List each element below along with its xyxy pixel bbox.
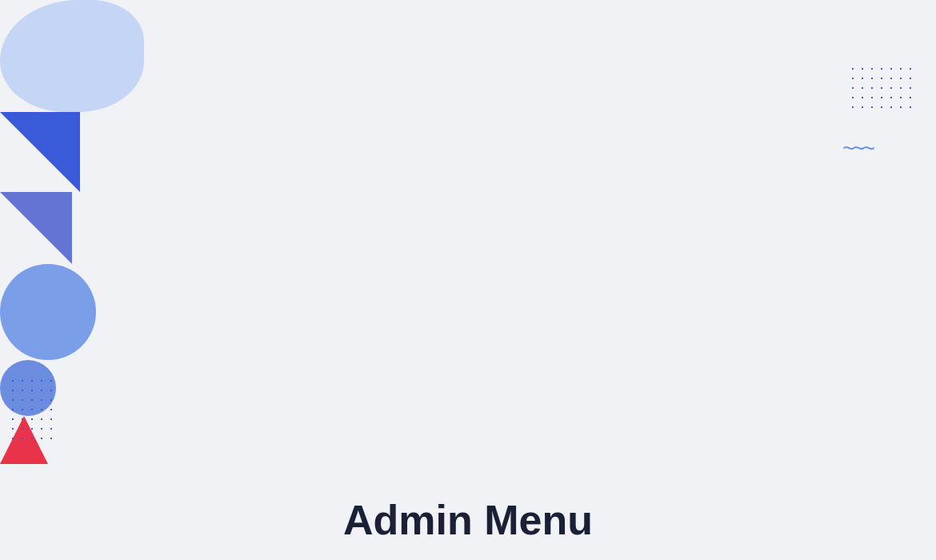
bg-decoration-1 [0, 0, 144, 112]
page-title: Admin Menu [0, 464, 936, 560]
bg-dots-tr [848, 64, 912, 112]
bg-decoration-2 [0, 112, 80, 192]
bg-decoration-3 [0, 192, 72, 264]
bg-wave: ~~~ [842, 136, 872, 162]
bg-dots-bl [8, 376, 56, 440]
bg-decoration-4 [0, 264, 96, 360]
